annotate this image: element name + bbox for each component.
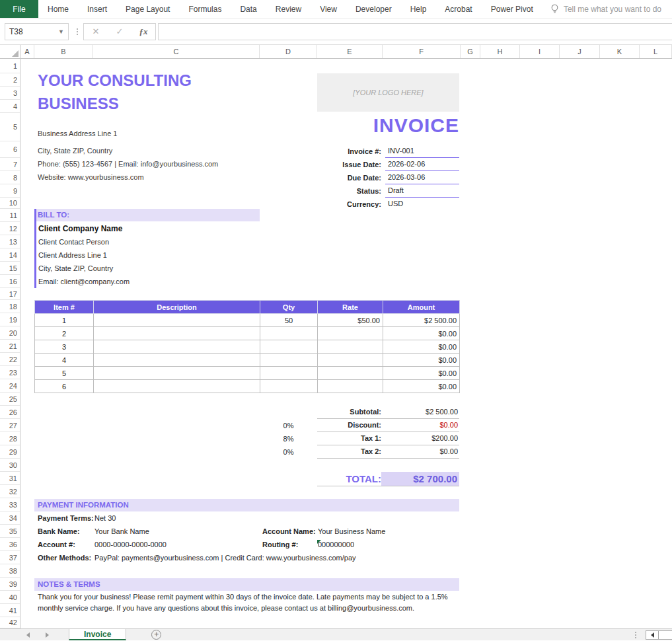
ribbon-tab-insert[interactable]: Insert bbox=[78, 0, 116, 18]
item-rate-cell[interactable] bbox=[318, 340, 383, 354]
item-number-cell[interactable]: 1 bbox=[35, 314, 94, 327]
tab-bar-resize-handle[interactable] bbox=[631, 632, 640, 638]
ribbon-tab-formulas[interactable]: Formulas bbox=[179, 0, 231, 18]
column-header-G[interactable]: G bbox=[461, 45, 480, 58]
item-number-cell[interactable]: 2 bbox=[35, 327, 94, 340]
bill-to-line[interactable]: City, State ZIP, Country bbox=[38, 262, 113, 275]
item-rate-cell[interactable] bbox=[318, 367, 383, 380]
totals-value[interactable]: $0.00 bbox=[381, 445, 459, 458]
invoice-field-value[interactable]: 2026-02-06 bbox=[385, 158, 459, 171]
bill-to-header[interactable]: BILL TO: bbox=[34, 209, 260, 221]
row-header-22[interactable]: 22 bbox=[0, 353, 20, 366]
item-number-cell[interactable]: 6 bbox=[35, 380, 94, 393]
totals-percent[interactable]: 0% bbox=[260, 445, 317, 459]
row-header-38[interactable]: 38 bbox=[0, 564, 20, 578]
invoice-field-value[interactable]: INV-001 bbox=[385, 145, 459, 158]
payment-value[interactable]: Your Business Name bbox=[318, 526, 385, 537]
ribbon-tab-developer[interactable]: Developer bbox=[346, 0, 401, 18]
tab-file[interactable]: File bbox=[0, 0, 38, 18]
row-header-37[interactable]: 37 bbox=[0, 551, 20, 564]
row-header-5[interactable]: 5 bbox=[0, 113, 20, 141]
totals-value[interactable]: $2 500.00 bbox=[381, 406, 459, 418]
totals-row[interactable]: Subtotal:$2 500.00 bbox=[260, 406, 459, 419]
items-row[interactable]: 3$0.00 bbox=[35, 340, 460, 354]
row-header-11[interactable]: 11 bbox=[0, 209, 20, 222]
row-header-4[interactable]: 4 bbox=[0, 100, 20, 113]
ribbon-tab-help[interactable]: Help bbox=[401, 0, 436, 18]
row-header-7[interactable]: 7 bbox=[0, 158, 20, 171]
item-qty-cell[interactable] bbox=[260, 327, 318, 340]
name-box[interactable]: T38 ▼ bbox=[5, 23, 69, 40]
invoice-field-value[interactable]: USD bbox=[385, 198, 459, 211]
totals-row[interactable]: 0%Tax 2:$0.00 bbox=[260, 445, 459, 459]
sheet-nav-right-icon[interactable] bbox=[46, 632, 49, 638]
item-rate-cell[interactable] bbox=[318, 354, 383, 367]
row-header-34[interactable]: 34 bbox=[0, 511, 20, 525]
formula-input[interactable] bbox=[158, 23, 672, 40]
row-header-26[interactable]: 26 bbox=[0, 406, 20, 419]
row-header-6[interactable]: 6 bbox=[0, 141, 20, 158]
items-row[interactable]: 4$0.00 bbox=[35, 354, 460, 367]
row-header-27[interactable]: 27 bbox=[0, 419, 20, 432]
column-header-E[interactable]: E bbox=[317, 45, 383, 58]
add-sheet-icon[interactable]: + bbox=[151, 630, 161, 640]
row-header-21[interactable]: 21 bbox=[0, 340, 20, 353]
item-amount-cell[interactable]: $0.00 bbox=[383, 340, 460, 354]
row-header-15[interactable]: 15 bbox=[0, 262, 20, 275]
column-header-F[interactable]: F bbox=[383, 45, 461, 58]
payment-value[interactable]: 000000000 bbox=[318, 539, 354, 550]
hscroll-track[interactable] bbox=[659, 630, 672, 640]
totals-value[interactable]: $0.00 bbox=[381, 419, 459, 432]
item-description-cell[interactable] bbox=[94, 340, 260, 354]
ribbon-tab-acrobat[interactable]: Acrobat bbox=[435, 0, 481, 18]
row-header-17[interactable]: 17 bbox=[0, 288, 20, 300]
item-amount-cell[interactable]: $0.00 bbox=[383, 354, 460, 367]
column-header-J[interactable]: J bbox=[560, 45, 600, 58]
row-header-39[interactable]: 39 bbox=[0, 578, 20, 591]
item-amount-cell[interactable]: $2 500.00 bbox=[383, 314, 460, 327]
column-header-H[interactable]: H bbox=[480, 45, 520, 58]
row-header-24[interactable]: 24 bbox=[0, 379, 20, 393]
row-header-40[interactable]: 40 bbox=[0, 591, 20, 604]
row-header-29[interactable]: 29 bbox=[0, 445, 20, 459]
item-qty-cell[interactable] bbox=[260, 354, 318, 367]
column-header-A[interactable]: A bbox=[20, 45, 34, 58]
item-rate-cell[interactable]: $50.00 bbox=[318, 314, 383, 327]
item-number-cell[interactable]: 4 bbox=[35, 354, 94, 367]
sheet-tab-invoice[interactable]: Invoice bbox=[69, 629, 126, 640]
payment-value[interactable]: Your Bank Name bbox=[94, 526, 149, 537]
items-row[interactable]: 5$0.00 bbox=[35, 367, 460, 380]
column-header-B[interactable]: B bbox=[34, 45, 93, 58]
ribbon-tab-review[interactable]: Review bbox=[266, 0, 311, 18]
items-row[interactable]: 150$50.00$2 500.00 bbox=[35, 314, 460, 327]
totals-value[interactable]: $200.00 bbox=[381, 432, 459, 445]
item-rate-cell[interactable] bbox=[318, 327, 383, 340]
line-items-table[interactable]: Item #DescriptionQtyRateAmount150$50.00$… bbox=[34, 300, 460, 393]
column-header-D[interactable]: D bbox=[260, 45, 317, 58]
column-header-I[interactable]: I bbox=[520, 45, 560, 58]
company-phone-email-line[interactable]: Phone: (555) 123-4567 | Email: info@your… bbox=[38, 160, 218, 169]
company-city-line[interactable]: City, State ZIP, Country bbox=[38, 147, 112, 156]
item-description-cell[interactable] bbox=[94, 367, 260, 380]
column-header-K[interactable]: K bbox=[600, 45, 640, 58]
invoice-field-value[interactable]: Draft bbox=[385, 184, 459, 198]
row-header-20[interactable]: 20 bbox=[0, 326, 20, 340]
notes-terms-header[interactable]: NOTES & TERMS bbox=[34, 578, 459, 591]
payment-value[interactable]: PayPal: payments@yourbusiness.com | Cred… bbox=[94, 552, 356, 563]
item-description-cell[interactable] bbox=[94, 380, 260, 393]
grand-total-row[interactable]: TOTAL: $2 700.00 bbox=[260, 472, 459, 486]
select-all-corner[interactable] bbox=[0, 45, 20, 58]
payment-information-header[interactable]: PAYMENT INFORMATION bbox=[34, 499, 459, 511]
item-amount-cell[interactable]: $0.00 bbox=[383, 327, 460, 340]
notes-text[interactable]: Thank you for your business! Please remi… bbox=[38, 591, 458, 613]
row-header-36[interactable]: 36 bbox=[0, 538, 20, 551]
row-header-10[interactable]: 10 bbox=[0, 198, 20, 209]
insert-function-icon[interactable]: ƒx bbox=[131, 26, 155, 37]
totals-percent[interactable] bbox=[260, 406, 317, 419]
row-header-42[interactable]: 42 bbox=[0, 617, 20, 628]
ribbon-tab-power-pivot[interactable]: Power Pivot bbox=[482, 0, 542, 18]
column-header-C[interactable]: C bbox=[93, 45, 260, 58]
row-header-16[interactable]: 16 bbox=[0, 275, 20, 288]
ribbon-tab-view[interactable]: View bbox=[311, 0, 346, 18]
item-amount-cell[interactable]: $0.00 bbox=[383, 380, 460, 393]
